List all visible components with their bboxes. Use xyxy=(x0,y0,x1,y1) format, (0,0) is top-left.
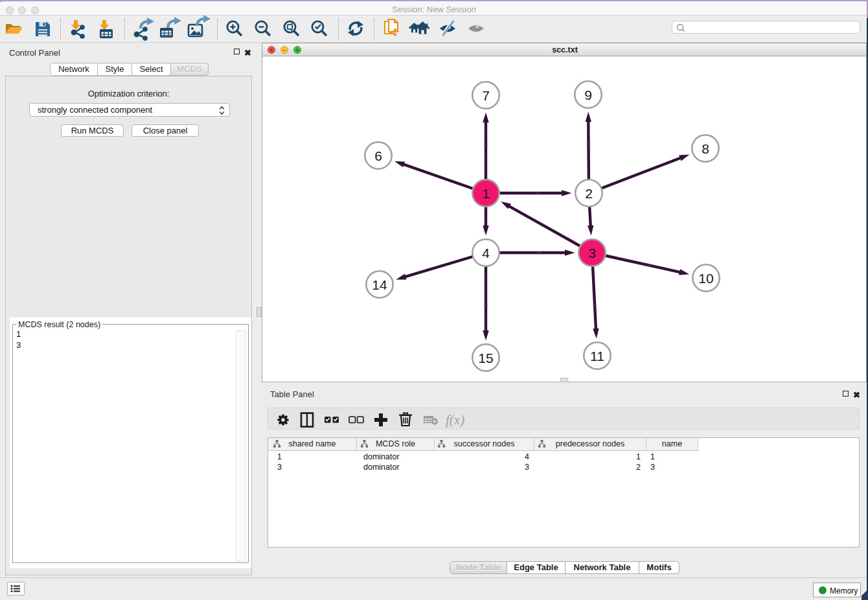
svg-text:3: 3 xyxy=(588,246,596,260)
svg-text:4: 4 xyxy=(482,246,490,260)
svg-text:f(x): f(x) xyxy=(446,412,464,428)
svg-text:1: 1 xyxy=(482,186,490,201)
svg-text:7: 7 xyxy=(482,88,490,103)
svg-text:2: 2 xyxy=(585,186,593,201)
svg-text:9: 9 xyxy=(584,87,592,102)
svg-text:15: 15 xyxy=(478,351,493,365)
svg-text:6: 6 xyxy=(374,148,382,163)
svg-text:8: 8 xyxy=(702,141,709,156)
svg-text:14: 14 xyxy=(372,277,387,292)
svg-text:10: 10 xyxy=(698,271,713,286)
svg-text:11: 11 xyxy=(590,349,604,363)
